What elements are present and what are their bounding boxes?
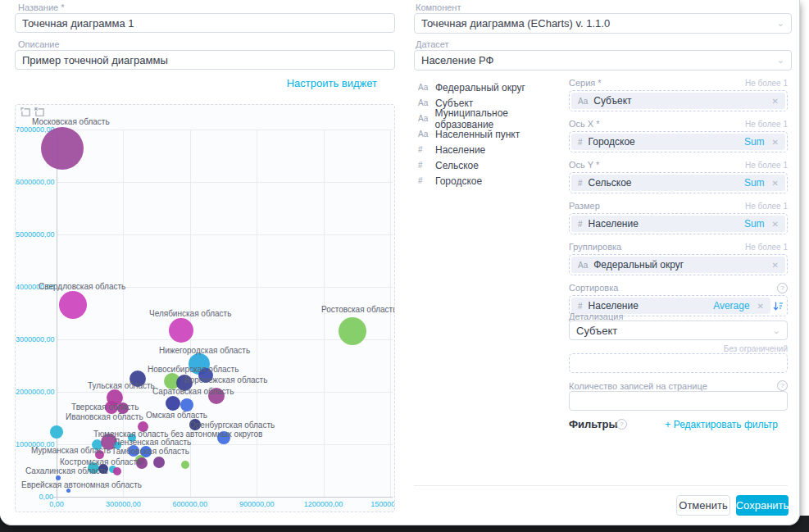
- chip-field-name: Население: [589, 300, 708, 311]
- chip-field-name: Федеральный округ: [593, 259, 766, 271]
- field-chip[interactable]: AaСубъект✕: [571, 93, 785, 109]
- y-axis-tick-label: 0,00: [16, 493, 53, 501]
- field-chip[interactable]: #НаселениеSum✕: [571, 216, 785, 232]
- dataset-field[interactable]: #Городское: [418, 173, 566, 189]
- x-axis-tick-label: 0,00: [49, 500, 64, 508]
- bubble-label: Тульская область: [88, 381, 155, 390]
- dataset-field[interactable]: AaМуниципальное образование: [418, 111, 566, 126]
- detail-select[interactable]: Субъект ⌄: [569, 321, 788, 340]
- gridline: [57, 182, 393, 183]
- remove-field-icon[interactable]: ✕: [772, 261, 779, 270]
- toolbox-restore-icon[interactable]: [34, 107, 45, 118]
- limit-hint: Без ограничений: [569, 344, 788, 353]
- page-size-label: Количество записей на странице: [569, 381, 707, 391]
- aggregation-label[interactable]: Sum: [744, 136, 765, 148]
- bubble-label: Челябинская область: [149, 309, 231, 318]
- chart-bubble[interactable]: [66, 489, 70, 493]
- chart-bubble[interactable]: [113, 467, 121, 475]
- dataset-label: Датасет: [416, 39, 449, 49]
- chart-bubble[interactable]: [169, 318, 193, 343]
- remove-field-icon[interactable]: ✕: [772, 179, 779, 188]
- bubble-label: Ивановская область: [66, 412, 143, 421]
- section-label: Ось X *: [569, 119, 745, 129]
- bubble-label: Мурманская область: [31, 446, 111, 455]
- chart-bubble[interactable]: [181, 461, 189, 469]
- config-section-series: Серия *Не более 1AaСубъект✕: [569, 77, 788, 111]
- aggregation-label[interactable]: Sum: [744, 177, 765, 189]
- scatter-chart[interactable]: 0,001000000,002000000,003000000,00400000…: [15, 104, 395, 512]
- config-panel: Серия *Не более 1AaСубъект✕Ось X *Не бол…: [569, 77, 788, 323]
- chart-bubble[interactable]: [41, 127, 84, 170]
- text-field-icon: Aa: [418, 130, 429, 139]
- chart-bubble[interactable]: [339, 317, 366, 345]
- aggregation-label[interactable]: Average: [713, 300, 749, 311]
- chart-bubble[interactable]: [166, 396, 180, 411]
- field-chip[interactable]: #СельскоеSum✕: [571, 175, 785, 191]
- toolbox-datazoom-icon[interactable]: [20, 107, 31, 118]
- chart-bubble[interactable]: [180, 398, 193, 412]
- section-header: РазмерНе более 1: [569, 200, 788, 211]
- dataset-field[interactable]: #Сельское: [418, 157, 566, 173]
- bubble-label: Оренбургская область: [189, 421, 275, 430]
- section-header: Ось X *Не более 1: [569, 118, 788, 130]
- y-axis-tick-label: 3000000,00: [16, 335, 53, 343]
- x-axis-tick-label: 1200000,00: [304, 500, 343, 508]
- section-label: Группировка: [569, 242, 745, 252]
- field-chip[interactable]: #ГородскоеSum✕: [571, 134, 785, 150]
- name-input[interactable]: [15, 13, 395, 33]
- description-input[interactable]: [15, 50, 395, 70]
- number-field-icon: #: [418, 145, 429, 154]
- field-drop-zone[interactable]: AaФедеральный округ✕: [569, 254, 788, 275]
- section-label: Серия *: [569, 78, 745, 88]
- remove-field-icon[interactable]: ✕: [772, 97, 779, 106]
- edit-filter-link[interactable]: + Редактировать фильтр: [665, 419, 778, 430]
- chip-field-name: Сельское: [589, 177, 739, 189]
- x-axis-line: [53, 497, 393, 498]
- remove-field-icon[interactable]: ✕: [772, 138, 779, 147]
- bubble-label: Воронежская область: [184, 375, 267, 384]
- help-icon[interactable]: ?: [777, 380, 788, 391]
- dataset-field[interactable]: #Население: [418, 142, 566, 157]
- cancel-button[interactable]: Отменить: [676, 495, 730, 516]
- chart-bubble[interactable]: [50, 425, 63, 439]
- sort-descending-icon[interactable]: [770, 301, 785, 311]
- dataset-select[interactable]: Население РФ ⌄: [414, 50, 792, 70]
- page-size-input[interactable]: [569, 391, 788, 411]
- chip-field-name: Население: [589, 218, 739, 230]
- name-label: Название *: [18, 2, 65, 12]
- field-drop-zone[interactable]: #СельскоеSum✕: [569, 172, 788, 193]
- limit-drop-zone[interactable]: [569, 353, 788, 373]
- remove-field-icon[interactable]: ✕: [772, 220, 779, 229]
- field-name: Население: [435, 144, 485, 156]
- configure-widget-link[interactable]: Настроить виджет: [287, 77, 377, 89]
- chart-bubble[interactable]: [153, 457, 165, 468]
- bubble-label: Еврейская автономная область: [21, 480, 142, 489]
- detail-value: Субъект: [576, 325, 773, 337]
- field-chip[interactable]: AaФедеральный округ✕: [571, 257, 785, 273]
- dataset-field[interactable]: AaФедеральный округ: [418, 80, 566, 95]
- filters-label: Фильтры: [569, 418, 618, 430]
- field-name: Населенный пункт: [435, 129, 520, 140]
- number-field-icon: #: [418, 176, 429, 185]
- section-header: Ось Y *Не более 1: [569, 159, 788, 171]
- field-drop-zone[interactable]: #НаселениеSum✕: [569, 213, 788, 234]
- save-button[interactable]: Сохранить: [736, 495, 789, 516]
- text-field-icon: Aa: [578, 261, 588, 270]
- section-limit-hint: Не более 1: [745, 243, 788, 252]
- aggregation-label[interactable]: Sum: [744, 218, 765, 230]
- remove-field-icon[interactable]: ✕: [757, 302, 764, 311]
- help-icon[interactable]: ?: [616, 419, 627, 430]
- component-select[interactable]: Точечная диаграмма (ECharts) v. 1.1.0 ⌄: [414, 13, 792, 34]
- help-icon[interactable]: ?: [777, 283, 788, 293]
- gridline: [57, 234, 393, 235]
- bubble-label: Сахалинская область: [25, 466, 108, 475]
- number-field-icon: #: [578, 302, 583, 311]
- x-axis-tick-label: 1500000,00: [370, 500, 395, 508]
- bubble-label: Свердловская область: [39, 282, 125, 291]
- chip-field-name: Субъект: [593, 95, 766, 107]
- field-drop-zone[interactable]: AaСубъект✕: [569, 90, 788, 111]
- chart-bubble[interactable]: [59, 291, 87, 319]
- bubble-label: Новосибирская область: [148, 365, 239, 374]
- x-axis-tick-label: 900000,00: [239, 500, 275, 508]
- field-drop-zone[interactable]: #ГородскоеSum✕: [569, 131, 788, 152]
